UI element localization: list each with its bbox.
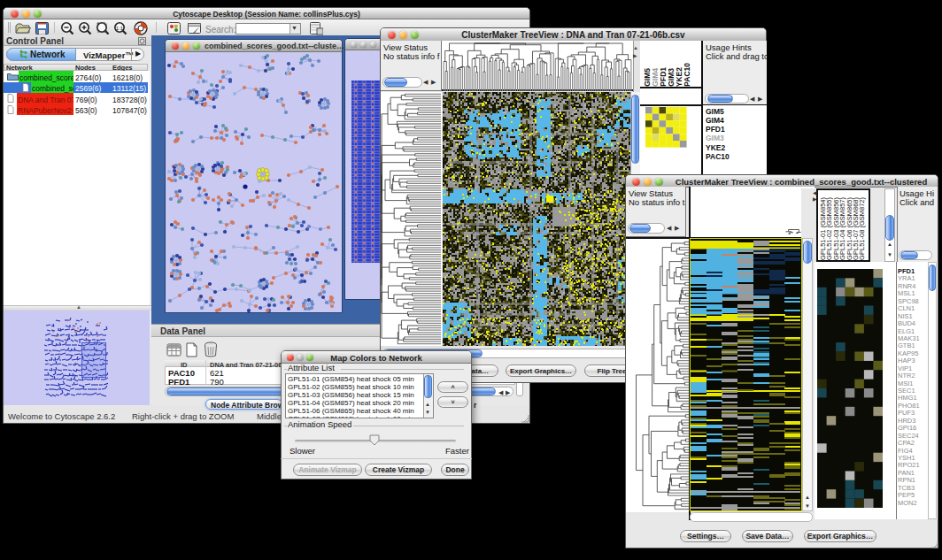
svg-text:1:1: 1:1 — [116, 26, 124, 31]
